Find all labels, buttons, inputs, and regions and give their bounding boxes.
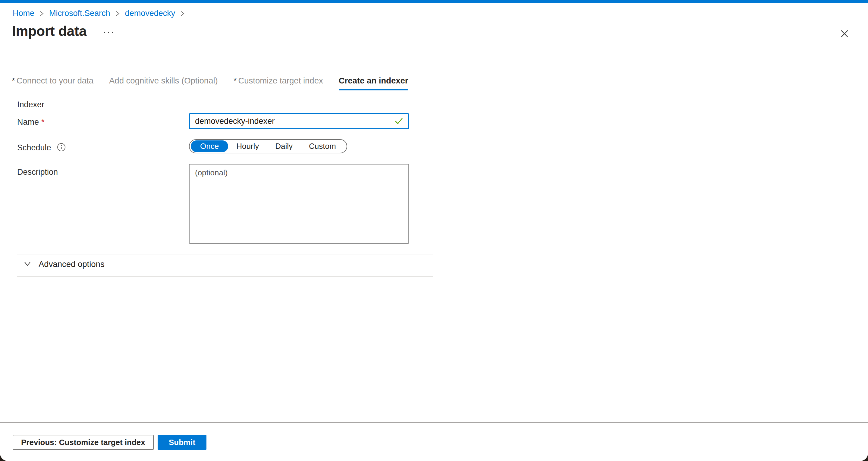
tab-customize-target-index[interactable]: *Customize target index [234, 76, 323, 90]
valid-check-icon [394, 116, 404, 127]
close-icon[interactable] [838, 28, 850, 40]
tab-label: Add cognitive skills (Optional) [109, 76, 218, 85]
name-field-label: Name * [17, 118, 44, 127]
advanced-options-toggle[interactable]: Advanced options [23, 259, 104, 269]
description-field-label: Description [17, 167, 58, 177]
advanced-options-label: Advanced options [38, 259, 104, 269]
indexer-name-input[interactable] [195, 117, 391, 126]
tab-connect-to-your-data[interactable]: *Connect to your data [12, 76, 93, 90]
schedule-label-text: Schedule [17, 143, 51, 152]
divider [17, 255, 433, 255]
chevron-right-icon [116, 10, 120, 17]
breadcrumb-microsoft-search-link[interactable]: Microsoft.Search [49, 8, 110, 18]
name-label-text: Name [17, 118, 39, 127]
portal-top-accent-bar [0, 0, 868, 3]
description-textarea[interactable] [189, 164, 409, 244]
chevron-right-icon [39, 10, 44, 17]
info-icon[interactable] [57, 143, 66, 153]
tab-label: Create an indexer [339, 76, 408, 85]
schedule-option-custom[interactable]: Custom [301, 141, 344, 152]
schedule-field-label: Schedule [17, 143, 66, 153]
more-options-icon[interactable]: ··· [103, 27, 115, 37]
submit-button[interactable]: Submit [158, 435, 207, 450]
import-data-panel: Home Microsoft.Search demovedecky Import… [0, 0, 868, 461]
breadcrumb-home-link[interactable]: Home [13, 8, 34, 18]
breadcrumb: Home Microsoft.Search demovedecky [13, 8, 185, 18]
schedule-option-daily[interactable]: Daily [267, 141, 301, 152]
required-marker: * [234, 76, 237, 85]
wizard-tabs: *Connect to your data Add cognitive skil… [12, 76, 408, 90]
tab-add-cognitive-skills[interactable]: Add cognitive skills (Optional) [109, 76, 218, 90]
chevron-right-icon [180, 10, 185, 17]
chevron-down-icon [23, 259, 32, 269]
breadcrumb-demovedecky-link[interactable]: demovedecky [125, 8, 176, 18]
footer-divider [0, 422, 868, 423]
divider [17, 276, 433, 277]
tab-label: Customize target index [238, 76, 323, 85]
required-asterisk: * [41, 118, 44, 127]
indexer-name-field [189, 113, 409, 129]
page-title: Import data [12, 23, 87, 39]
schedule-option-hourly[interactable]: Hourly [228, 141, 267, 152]
required-marker: * [12, 76, 15, 85]
previous-step-button[interactable]: Previous: Customize target index [13, 435, 154, 450]
indexer-section-label: Indexer [17, 100, 44, 110]
schedule-option-once[interactable]: Once [191, 141, 228, 152]
tab-label: Connect to your data [17, 76, 93, 85]
schedule-segmented-control: Once Hourly Daily Custom [189, 139, 347, 153]
tab-create-an-indexer[interactable]: Create an indexer [339, 76, 408, 90]
